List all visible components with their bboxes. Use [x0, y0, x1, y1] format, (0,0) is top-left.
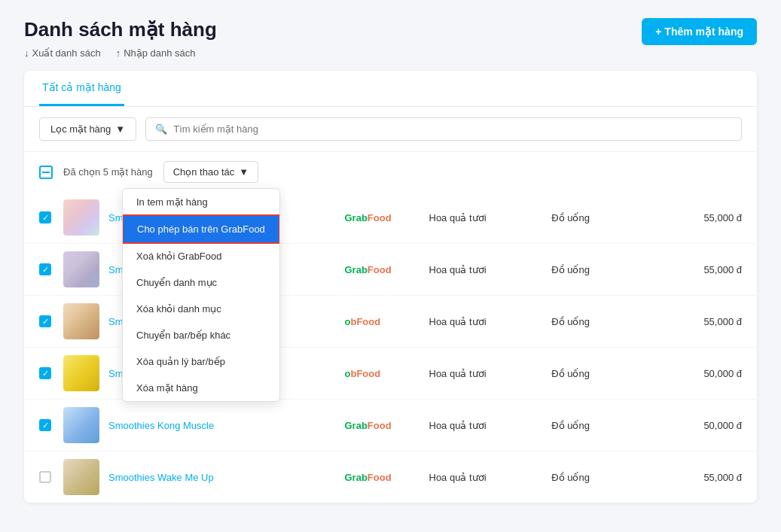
- price-cell-1: 55,000 đ: [674, 212, 742, 223]
- header-left: Danh sách mặt hàng ↓ Xuất danh sách ↑ Nh…: [24, 18, 217, 59]
- dropdown-item-change-category[interactable]: Chuyển danh mục: [123, 269, 279, 296]
- chevron-down-icon: ▼: [239, 166, 249, 178]
- bulk-actions-bar: Đã chọn 5 mặt hàng Chọn thao tác ▼ In te…: [24, 152, 757, 192]
- item-image-6: [63, 459, 99, 495]
- header-actions: ↓ Xuất danh sách ↑ Nhập danh sách: [24, 47, 217, 59]
- dropdown-item-change-bar[interactable]: Chuyển bar/bếp khác: [123, 322, 279, 348]
- add-item-button[interactable]: + Thêm mặt hàng: [642, 18, 757, 45]
- category-cell-1: Hoa quả tươi: [429, 212, 543, 223]
- item-image-5: [63, 407, 99, 443]
- platform-cell-3: obFood: [345, 315, 420, 327]
- category-cell-4: Hoa quả tươi: [429, 368, 543, 379]
- type-cell-2: Đồ uống: [551, 264, 665, 275]
- item-image-4: [63, 355, 99, 391]
- item-name-cell-5: Smoothies Kong Muscle: [108, 419, 336, 431]
- page-title: Danh sách mặt hàng: [24, 18, 217, 41]
- page-header: Danh sách mặt hàng ↓ Xuất danh sách ↑ Nh…: [24, 18, 757, 59]
- price-cell-3: 55,000 đ: [674, 316, 742, 327]
- platform-cell-4: obFood: [345, 367, 420, 379]
- row-checkbox-2[interactable]: ✓: [39, 263, 54, 275]
- toolbar: Lọc mặt hàng ▼ 🔍: [24, 107, 757, 152]
- grabfood-logo-5: GrabFood: [345, 420, 392, 431]
- dropdown-item-print[interactable]: In tem mặt hàng: [123, 189, 279, 215]
- selected-count-label: Đã chọn 5 mặt hàng: [63, 166, 153, 178]
- filter-button[interactable]: Lọc mặt hàng ▼: [39, 117, 136, 141]
- item-image-2: [63, 251, 99, 287]
- search-input[interactable]: [173, 123, 732, 135]
- upload-icon: ↑: [116, 47, 121, 59]
- partial-select-checkbox[interactable]: [39, 166, 53, 179]
- type-cell-5: Đồ uống: [551, 420, 665, 431]
- price-cell-5: 50,000 đ: [674, 420, 742, 431]
- dropdown-item-remove-category[interactable]: Xóa khỏi danh mục: [123, 296, 279, 322]
- bulk-action-dropdown-button[interactable]: Chọn thao tác ▼: [163, 161, 259, 183]
- minus-line: [42, 172, 50, 173]
- dropdown-item-allow-grabfood[interactable]: Cho phép bán trên GrabFood: [122, 214, 280, 244]
- platform-cell-2: GrabFood: [345, 263, 420, 275]
- platform-cell-6: GrabFood: [345, 471, 420, 483]
- platform-cell-1: GrabFood: [345, 211, 420, 223]
- page-container: Danh sách mặt hàng ↓ Xuất danh sách ↑ Nh…: [0, 0, 781, 532]
- tab-all-items[interactable]: Tất cả mặt hàng: [39, 71, 124, 106]
- category-cell-5: Hoa quả tươi: [429, 420, 543, 431]
- category-cell-2: Hoa quả tươi: [429, 264, 543, 275]
- filter-label: Lọc mặt hàng: [50, 123, 111, 135]
- platform-cell-5: GrabFood: [345, 419, 420, 431]
- dropdown-item-delete[interactable]: Xóa mặt hàng: [123, 375, 279, 401]
- item-name-6[interactable]: Smoothies Wake Me Up: [108, 472, 214, 483]
- table-row: Smoothies Wake Me Up GrabFood Hoa quả tư…: [24, 451, 757, 503]
- row-checkbox-4[interactable]: ✓: [39, 367, 54, 379]
- grabfood-logo-4: obFood: [345, 368, 381, 379]
- grabfood-logo-2: GrabFood: [345, 264, 392, 275]
- item-name-cell-6: Smoothies Wake Me Up: [108, 471, 336, 483]
- type-cell-6: Đồ uống: [551, 472, 665, 483]
- action-dropdown-menu: In tem mặt hàng Cho phép bán trên GrabFo…: [122, 188, 280, 402]
- table-row: ✓ Smoothies Kong Muscle GrabFood Hoa quả…: [24, 400, 757, 451]
- category-cell-3: Hoa quả tươi: [429, 316, 543, 327]
- bulk-action-label: Chọn thao tác: [173, 166, 235, 178]
- row-checkbox-6[interactable]: [39, 471, 54, 483]
- type-cell-4: Đồ uống: [551, 368, 665, 379]
- type-cell-1: Đồ uống: [551, 212, 665, 223]
- price-cell-6: 55,000 đ: [674, 472, 742, 483]
- item-image-1: [63, 199, 99, 236]
- dropdown-item-remove-grabfood[interactable]: Xoá khỏi GrabFood: [123, 243, 279, 269]
- search-icon: 🔍: [155, 123, 167, 135]
- row-checkbox-5[interactable]: ✓: [39, 419, 54, 431]
- content-card: Tất cả mặt hàng Lọc mặt hàng ▼ 🔍 Đã chọn…: [24, 71, 757, 503]
- grabfood-logo-3: obFood: [345, 316, 381, 327]
- price-cell-4: 50,000 đ: [674, 368, 742, 379]
- item-name-5[interactable]: Smoothies Kong Muscle: [108, 420, 214, 431]
- item-image-3: [63, 303, 99, 339]
- chevron-down-icon: ▼: [115, 123, 125, 135]
- download-icon: ↓: [24, 47, 29, 59]
- import-link[interactable]: ↑ Nhập danh sách: [116, 47, 196, 59]
- grabfood-logo-6: GrabFood: [345, 472, 392, 483]
- tabs-bar: Tất cả mặt hàng: [24, 71, 757, 107]
- dropdown-item-remove-bar[interactable]: Xóa quản lý bar/bếp: [123, 348, 279, 375]
- grabfood-logo-1: GrabFood: [345, 212, 392, 223]
- export-link[interactable]: ↓ Xuất danh sách: [24, 47, 101, 59]
- price-cell-2: 55,000 đ: [674, 264, 742, 275]
- type-cell-3: Đồ uống: [551, 316, 665, 327]
- category-cell-6: Hoa quả tươi: [429, 472, 543, 483]
- row-checkbox-3[interactable]: ✓: [39, 315, 54, 327]
- search-box: 🔍: [145, 117, 742, 141]
- row-checkbox-1[interactable]: ✓: [39, 211, 54, 223]
